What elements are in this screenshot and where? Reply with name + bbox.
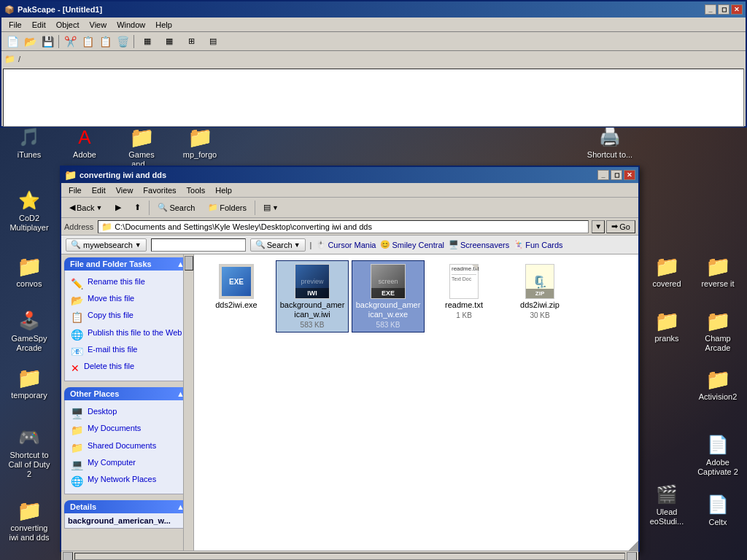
address-input[interactable]: 📁 C:\Documents and Settings\Kyle Wesley\… [98, 220, 589, 233]
desktop-icon-recovered[interactable]: 📁 covered [640, 252, 693, 292]
file-item-dds2iwi-exe[interactable]: EXE dds2iwi.exe [200, 260, 273, 332]
pakscape-titlebar[interactable]: 📦 PakScape - [Untitled1] _ ◻ ✕ [1, 1, 746, 18]
resize-handle[interactable] [628, 540, 638, 551]
desktop-icon-itunes[interactable]: 🎵 iTunes [3, 122, 55, 163]
screensavers-link[interactable]: 🖥️ Screensavers [449, 240, 509, 249]
explorer-menu-edit[interactable]: Edit [88, 185, 110, 195]
toolbar-b1[interactable]: ▦ [137, 34, 158, 50]
email-task-item[interactable]: 📧 E-mail this file [68, 343, 187, 359]
desktop-icon-converting[interactable]: 📁 converting iwi and dds [3, 496, 55, 545]
explorer-close-button[interactable]: ✕ [624, 170, 635, 180]
toolbar-delete[interactable]: 🗑️ [115, 34, 131, 50]
file-item-bg-exe[interactable]: screen EXE background_american_w.exe 583… [352, 260, 425, 332]
back-button[interactable]: ◀ Back ▼ [64, 200, 107, 216]
move-task-item[interactable]: 📂 Move this file [68, 292, 187, 308]
mywebsearch-button[interactable]: 🔍 mywebsearch ▼ [66, 238, 147, 252]
desktop-icon-cod2[interactable]: ⭐ CoD2 Multiplayer [3, 186, 55, 236]
hscroll-right[interactable] [627, 552, 637, 561]
cursor-mania-link[interactable]: 🖱️ Cursor Mania [316, 240, 376, 249]
restore-button[interactable]: ◻ [718, 4, 729, 15]
toolbar-b4[interactable]: ▤ [203, 34, 223, 50]
explorer-menu-file[interactable]: File [64, 185, 86, 195]
bg-iwi-name: background_american_w.iwi [279, 300, 345, 319]
other-places-header[interactable]: Other Places ▲ [64, 387, 190, 400]
desktop-icon-reverse[interactable]: 📁 reverse it [692, 252, 744, 292]
details-header[interactable]: Details ▲ [64, 500, 190, 513]
fun-cards-icon: 🃏 [514, 240, 524, 249]
go-button[interactable]: ➡ Go [606, 220, 635, 233]
fun-cards-link[interactable]: 🃏 Fun Cards [514, 240, 562, 249]
smiley-central-link[interactable]: 😊 Smiley Central [380, 240, 444, 249]
copy-task-item[interactable]: 📋 Copy this file [68, 308, 187, 325]
pakscape-menu-window[interactable]: Window [112, 20, 150, 30]
my-computer-item[interactable]: 💻 My Computer [68, 456, 187, 472]
desktop-icon-adobe[interactable]: A Adobe [58, 122, 111, 163]
explorer-menu-tools[interactable]: Tools [182, 185, 210, 195]
explorer-titlebar[interactable]: 📁 converting iwi and dds _ ◻ ✕ [61, 167, 638, 183]
desktop-icon-activision[interactable]: 📁 Activision2 [692, 365, 744, 405]
toolbar-save[interactable]: 💾 [39, 34, 55, 50]
desktop-icon-mp_forgo[interactable]: 📁 mp_forgo [174, 122, 226, 163]
rename-task-item[interactable]: ✏️ Rename this file [68, 275, 187, 292]
desktop-icon-gamespy[interactable]: 🕹️ GameSpy Arcade [3, 306, 55, 356]
file-item-readme[interactable]: readme.txt Text Doc readme.txt 1 KB [427, 260, 500, 332]
pakscape-menu-file[interactable]: File [4, 20, 26, 30]
other-places-body: 🖥️ Desktop 📁 My Documents 📁 Shared Docum… [64, 400, 190, 494]
pakscape-menu-edit[interactable]: Edit [28, 20, 50, 30]
file-tasks-header[interactable]: File and Folder Tasks ▲ [64, 257, 190, 271]
my-documents-item[interactable]: 📁 My Documents [68, 421, 187, 438]
address-dropdown-button[interactable]: ▼ [592, 220, 605, 233]
explorer-menu-help[interactable]: Help [211, 185, 236, 195]
close-button[interactable]: ✕ [731, 4, 743, 15]
desktop-icon-convos[interactable]: 📁 convos [3, 252, 55, 292]
toolbar-cut[interactable]: ✂️ [62, 34, 78, 50]
desktop-icon-shortcut-cod[interactable]: 🎮 Shortcut to Call of Duty 2 [3, 423, 55, 483]
hscroll-left[interactable] [63, 552, 73, 561]
explorer-minimize-button[interactable]: _ [597, 170, 609, 180]
file-item-zip[interactable]: 🗜️ ZIP dds2iwi.zip 30 KB [503, 260, 576, 332]
delete-task-item[interactable]: ✕ Delete this file [68, 359, 187, 376]
toolbar-paste[interactable]: 📋 [97, 34, 113, 50]
scrollbar-thumb[interactable] [185, 256, 193, 271]
desktop-icon-champ[interactable]: 📁 Champ Arcade [692, 306, 744, 356]
desktop-icon-shortcut[interactable]: 🖨️ Shortcut to... [584, 122, 636, 163]
desktop-place-item[interactable]: 🖥️ Desktop [68, 405, 187, 421]
toolbar-b3[interactable]: ⊞ [181, 34, 201, 50]
pakscape-menu-object[interactable]: Object [52, 20, 84, 30]
search-button[interactable]: 🔍 Search [152, 200, 200, 216]
explorer-menu-view[interactable]: View [112, 185, 138, 195]
panel-scrollbar[interactable] [183, 254, 193, 551]
toolbar-open[interactable]: 📂 [22, 34, 38, 50]
pakscape-menu-help[interactable]: Help [151, 20, 177, 30]
publish-task-item[interactable]: 🌐 Publish this file to the Web [68, 326, 187, 343]
file-item-bg-iwi[interactable]: preview IWI background_american_w.iwi 58… [276, 260, 349, 332]
pakscape-menu-view[interactable]: View [85, 20, 112, 30]
hscroll-track[interactable] [74, 553, 625, 560]
up-button[interactable]: ⬆ [129, 200, 146, 216]
search-submit-button[interactable]: 🔍 Search ▼ [250, 238, 306, 252]
views-button[interactable]: ▤ ▼ [258, 200, 284, 216]
toolbar-copy[interactable]: 📋 [80, 34, 96, 50]
toolbar-b2[interactable]: ▦ [159, 34, 179, 50]
captivate-icon: 📄 [706, 433, 729, 456]
pakscape-addressbar: 📁 / [1, 51, 746, 67]
desktop-icon-temporary[interactable]: 📁 temporary [3, 363, 55, 403]
explorer-restore-button[interactable]: ◻ [611, 170, 622, 180]
toolbar-new[interactable]: 📄 [4, 34, 20, 50]
explorer-menu-favorites[interactable]: Favorites [139, 185, 180, 195]
my-network-item[interactable]: 🌐 My Network Places [68, 472, 187, 489]
shared-documents-item[interactable]: 📁 Shared Documents [68, 439, 187, 456]
file-area: EXE dds2iwi.exe preview IWI [194, 254, 638, 551]
minimize-button[interactable]: _ [705, 4, 716, 15]
folders-button[interactable]: 📁 Folders [203, 200, 252, 216]
desktop-icon-celtx[interactable]: 📄 Celtx [692, 490, 744, 530]
desktop-icon-captivate[interactable]: 📄 Adobe Captivate 2 [692, 430, 744, 480]
desktop-icon-ulead[interactable]: 🎬 Ulead eoStudi... [640, 480, 693, 529]
mp-forgo-label: mp_forgo [183, 150, 217, 160]
temporary-icon: 📁 [18, 366, 41, 389]
search-input[interactable] [151, 238, 246, 252]
shortcut-cod-label: Shortcut to Call of Duty 2 [6, 451, 53, 480]
desktop-icon-pranks[interactable]: 📁 pranks [640, 306, 693, 346]
forward-button[interactable]: ▶ [110, 200, 126, 216]
horizontal-scrollbar[interactable] [61, 551, 638, 560]
